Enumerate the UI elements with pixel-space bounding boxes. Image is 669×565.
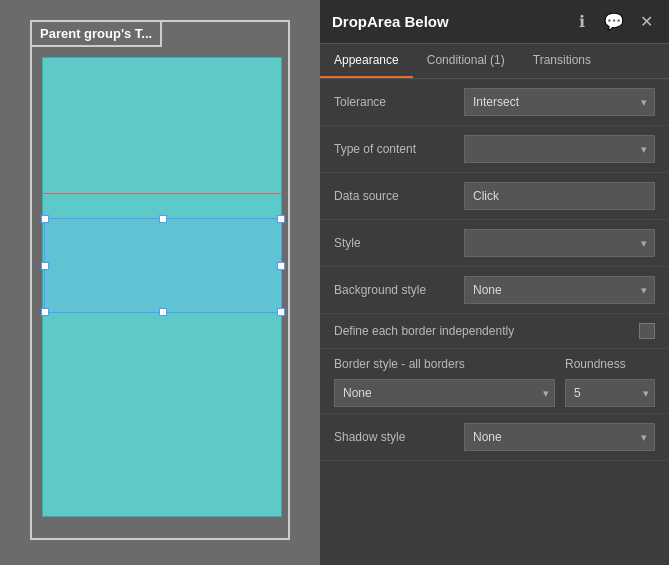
type-of-content-select[interactable]: Any Image Text bbox=[464, 135, 655, 163]
inner-teal-area bbox=[42, 57, 282, 517]
tab-conditional[interactable]: Conditional (1) bbox=[413, 44, 519, 78]
panel-title: DropArea Below bbox=[332, 13, 449, 30]
background-style-select[interactable]: None Solid Gradient bbox=[464, 276, 655, 304]
shadow-style-select-wrapper: None Small Medium Large bbox=[464, 423, 655, 451]
tolerance-row: Tolerance Intersect Contain Touch bbox=[320, 79, 669, 126]
shadow-style-row: Shadow style None Small Medium Large bbox=[320, 414, 669, 461]
handle-bot-right[interactable] bbox=[277, 308, 285, 316]
shadow-style-label: Shadow style bbox=[334, 430, 464, 444]
define-border-label: Define each border independently bbox=[334, 324, 629, 338]
data-source-label: Data source bbox=[334, 189, 464, 203]
comment-icon[interactable]: 💬 bbox=[603, 11, 625, 33]
tab-appearance[interactable]: Appearance bbox=[320, 44, 413, 78]
parent-group-box: Parent group's T... bbox=[30, 20, 290, 540]
style-row: Style bbox=[320, 220, 669, 267]
border-style-control-col: None Solid Dashed bbox=[334, 379, 555, 407]
define-border-row: Define each border independently bbox=[320, 314, 669, 349]
style-label: Style bbox=[334, 236, 464, 250]
define-border-checkbox[interactable] bbox=[639, 323, 655, 339]
roundness-control-col: 5 0 10 15 bbox=[565, 379, 655, 407]
style-select[interactable] bbox=[464, 229, 655, 257]
close-icon[interactable]: ✕ bbox=[635, 11, 657, 33]
panel-header-icons: ℹ 💬 ✕ bbox=[571, 11, 657, 33]
red-line bbox=[43, 193, 281, 194]
drop-area-box[interactable] bbox=[44, 218, 282, 313]
tab-transitions[interactable]: Transitions bbox=[519, 44, 605, 78]
roundness-select[interactable]: 5 0 10 15 bbox=[565, 379, 655, 407]
handle-bot-left[interactable] bbox=[41, 308, 49, 316]
panel-header: DropArea Below ℹ 💬 ✕ bbox=[320, 0, 669, 44]
right-panel: DropArea Below ℹ 💬 ✕ Appearance Conditio… bbox=[320, 0, 669, 565]
handle-top-mid[interactable] bbox=[159, 215, 167, 223]
border-style-select[interactable]: None Solid Dashed bbox=[334, 379, 555, 407]
border-roundness-labels-row: Border style - all borders Roundness bbox=[320, 349, 669, 375]
data-source-control: Click bbox=[464, 182, 655, 210]
handle-top-left[interactable] bbox=[41, 215, 49, 223]
border-style-select-wrapper: None Solid Dashed bbox=[334, 379, 555, 407]
data-source-row: Data source Click bbox=[320, 173, 669, 220]
type-of-content-label: Type of content bbox=[334, 142, 464, 156]
tolerance-label: Tolerance bbox=[334, 95, 464, 109]
style-select-wrapper bbox=[464, 229, 655, 257]
roundness-col: Roundness bbox=[565, 357, 655, 375]
handle-bot-mid[interactable] bbox=[159, 308, 167, 316]
border-style-col: Border style - all borders bbox=[334, 357, 555, 375]
type-of-content-row: Type of content Any Image Text bbox=[320, 126, 669, 173]
tolerance-control: Intersect Contain Touch bbox=[464, 88, 655, 116]
background-style-row: Background style None Solid Gradient bbox=[320, 267, 669, 314]
tolerance-select-wrapper: Intersect Contain Touch bbox=[464, 88, 655, 116]
border-style-label: Border style - all borders bbox=[334, 357, 555, 371]
handle-mid-right[interactable] bbox=[277, 262, 285, 270]
shadow-style-control: None Small Medium Large bbox=[464, 423, 655, 451]
parent-group-label: Parent group's T... bbox=[30, 20, 162, 47]
info-icon[interactable]: ℹ bbox=[571, 11, 593, 33]
style-control bbox=[464, 229, 655, 257]
background-style-select-wrapper: None Solid Gradient bbox=[464, 276, 655, 304]
data-source-value[interactable]: Click bbox=[464, 182, 655, 210]
background-style-control: None Solid Gradient bbox=[464, 276, 655, 304]
border-roundness-controls-row: None Solid Dashed 5 0 10 15 bbox=[320, 375, 669, 414]
canvas-area: Parent group's T... bbox=[0, 0, 320, 565]
tolerance-select[interactable]: Intersect Contain Touch bbox=[464, 88, 655, 116]
roundness-label: Roundness bbox=[565, 357, 655, 371]
shadow-style-select[interactable]: None Small Medium Large bbox=[464, 423, 655, 451]
handle-top-right[interactable] bbox=[277, 215, 285, 223]
panel-content: Tolerance Intersect Contain Touch Type o… bbox=[320, 79, 669, 565]
tabs-bar: Appearance Conditional (1) Transitions bbox=[320, 44, 669, 79]
type-of-content-select-wrapper: Any Image Text bbox=[464, 135, 655, 163]
roundness-select-wrapper: 5 0 10 15 bbox=[565, 379, 655, 407]
background-style-label: Background style bbox=[334, 283, 464, 297]
handle-mid-left[interactable] bbox=[41, 262, 49, 270]
type-of-content-control: Any Image Text bbox=[464, 135, 655, 163]
